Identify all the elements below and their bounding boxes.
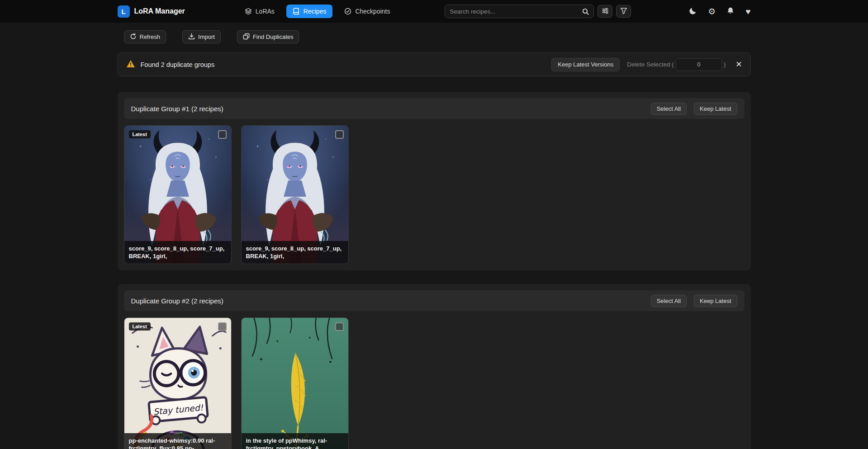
brand: L LoRA Manager bbox=[118, 5, 185, 18]
recipe-image-cat: Stay tuned! bbox=[124, 318, 231, 449]
support-button[interactable]: ♥ bbox=[745, 7, 750, 16]
delete-selected-control: Delete Selected ( ) bbox=[627, 58, 726, 71]
banner-actions: Keep Latest Versions Delete Selected ( )… bbox=[551, 58, 742, 71]
group-header: Duplicate Group #1 (2 recipes) Select Al… bbox=[124, 98, 745, 119]
latest-badge: Latest bbox=[129, 322, 151, 331]
card-checkbox[interactable] bbox=[218, 322, 227, 331]
nav-tab-recipes[interactable]: Recipes bbox=[286, 5, 333, 18]
sliders-icon bbox=[602, 7, 609, 16]
duplicate-group-1: Duplicate Group #1 (2 recipes) Select Al… bbox=[118, 92, 751, 270]
notifications-button[interactable] bbox=[726, 7, 735, 16]
import-button[interactable]: Import bbox=[182, 30, 221, 43]
card-checkbox[interactable] bbox=[335, 322, 344, 331]
search-box bbox=[445, 5, 594, 18]
recipe-image-feather bbox=[242, 318, 348, 449]
recipe-card[interactable]: Latest score_9, score_8_up, score_7_up, … bbox=[124, 125, 232, 264]
check-circle-icon bbox=[344, 8, 351, 15]
nav-tab-label: Recipes bbox=[304, 8, 327, 15]
duplicate-group-2: Duplicate Group #2 (2 recipes) Select Al… bbox=[118, 284, 751, 449]
sort-options-button[interactable] bbox=[598, 5, 612, 18]
recipe-card[interactable]: Stay tuned! Latest pp-enchanted-whimsy:0… bbox=[124, 317, 232, 449]
find-duplicates-label: Find Duplicates bbox=[253, 33, 294, 40]
select-all-button[interactable]: Select All bbox=[651, 103, 687, 115]
refresh-label: Refresh bbox=[140, 33, 161, 40]
card-checkbox[interactable] bbox=[218, 130, 227, 139]
refresh-button[interactable]: Refresh bbox=[124, 30, 166, 43]
book-icon bbox=[293, 8, 300, 15]
funnel-icon bbox=[620, 7, 627, 16]
gear-icon: ⚙ bbox=[708, 7, 716, 16]
heart-icon: ♥ bbox=[745, 7, 750, 16]
import-label: Import bbox=[198, 33, 215, 40]
top-navbar: L LoRA Manager LoRAs Recipes C bbox=[0, 0, 868, 23]
recipe-card[interactable]: score_9, score_8_up, score_7_up, BREAK, … bbox=[241, 125, 349, 264]
app-title: LoRA Manager bbox=[134, 7, 185, 15]
search-icon[interactable] bbox=[582, 8, 589, 15]
group-actions: Select All Keep Latest bbox=[651, 103, 737, 115]
group-header: Duplicate Group #2 (2 recipes) Select Al… bbox=[124, 290, 745, 311]
layers-icon bbox=[245, 8, 252, 15]
warning-icon bbox=[126, 60, 135, 70]
recipe-card[interactable]: in the style of ppWhimsy, ral-frctlgmtry… bbox=[241, 317, 349, 449]
cards-grid: Latest score_9, score_8_up, score_7_up, … bbox=[124, 125, 745, 264]
nav-tab-label: LoRAs bbox=[256, 8, 275, 15]
logo-letter: L bbox=[121, 8, 125, 15]
close-banner-button[interactable]: ✕ bbox=[735, 60, 742, 69]
keep-latest-button[interactable]: Keep Latest bbox=[694, 103, 737, 115]
group-title: Duplicate Group #1 (2 recipes) bbox=[131, 105, 223, 113]
search-area bbox=[445, 5, 631, 18]
cards-grid: Stay tuned! Latest pp-enchanted-whimsy:0… bbox=[124, 317, 745, 449]
app-logo: L bbox=[118, 5, 130, 18]
card-caption: score_9, score_8_up, score_7_up, BREAK, … bbox=[242, 241, 348, 264]
bell-icon bbox=[726, 7, 735, 16]
duplicates-icon bbox=[243, 33, 250, 41]
navbar-icon-group: ⚙ ♥ bbox=[689, 7, 750, 16]
card-caption: in the style of ppWhimsy, ral-frctlgmtry… bbox=[242, 433, 348, 449]
group-actions: Select All Keep Latest bbox=[651, 295, 737, 307]
nav-tab-loras[interactable]: LoRAs bbox=[238, 5, 281, 18]
select-all-button[interactable]: Select All bbox=[651, 295, 687, 307]
nav-tab-label: Checkpoints bbox=[355, 8, 390, 15]
delete-selected-prefix: Delete Selected ( bbox=[627, 61, 674, 68]
moon-icon bbox=[689, 7, 697, 16]
banner-message: Found 2 duplicate groups bbox=[141, 61, 215, 68]
search-input[interactable] bbox=[450, 8, 582, 15]
settings-button[interactable]: ⚙ bbox=[708, 7, 716, 16]
nav-tab-checkpoints[interactable]: Checkpoints bbox=[338, 5, 396, 18]
delete-count-input[interactable] bbox=[676, 58, 722, 71]
group-title: Duplicate Group #2 (2 recipes) bbox=[131, 297, 223, 305]
card-caption: score_9, score_8_up, score_7_up, BREAK, … bbox=[124, 241, 231, 264]
refresh-icon bbox=[130, 33, 137, 41]
main-content: Refresh Import Find Duplicates Found 2 d… bbox=[118, 30, 751, 449]
toolbar: Refresh Import Find Duplicates bbox=[118, 30, 751, 43]
card-caption: pp-enchanted-whimsy:0.90 ral-frctlgmtry_… bbox=[124, 433, 231, 449]
card-checkbox[interactable] bbox=[335, 130, 344, 139]
duplicates-banner: Found 2 duplicate groups Keep Latest Ver… bbox=[118, 52, 751, 76]
import-icon bbox=[188, 33, 195, 41]
theme-toggle-button[interactable] bbox=[689, 7, 697, 16]
filter-button[interactable] bbox=[616, 5, 631, 18]
latest-badge: Latest bbox=[129, 130, 151, 138]
main-nav: LoRAs Recipes Checkpoints bbox=[238, 5, 397, 18]
keep-latest-button[interactable]: Keep Latest bbox=[694, 295, 737, 307]
delete-selected-suffix: ) bbox=[724, 61, 726, 68]
find-duplicates-button[interactable]: Find Duplicates bbox=[237, 30, 299, 43]
keep-latest-versions-button[interactable]: Keep Latest Versions bbox=[551, 58, 620, 71]
